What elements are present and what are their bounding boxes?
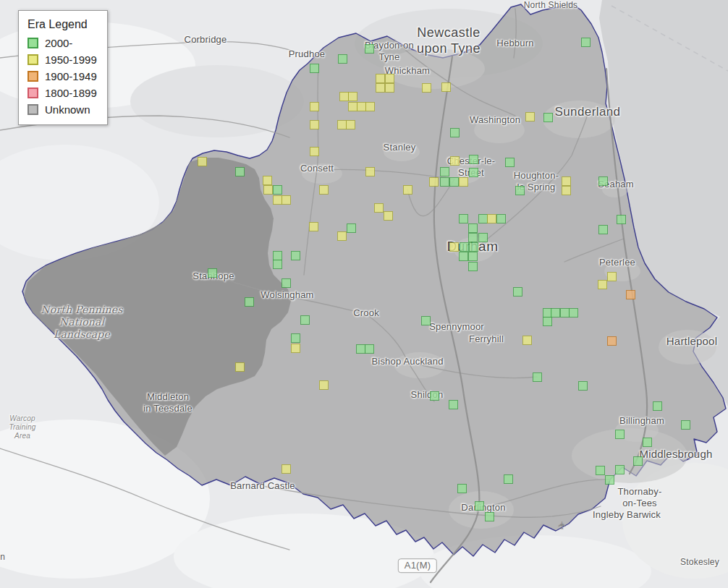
era-marker-2000[interactable] [605, 475, 614, 485]
era-marker-19501999[interactable] [310, 120, 319, 129]
map-viewport[interactable]: North ShieldsNewcastleupon TyneHebburnHe… [0, 0, 728, 588]
era-marker-19501999[interactable] [365, 102, 375, 111]
era-marker-19501999[interactable] [310, 147, 319, 156]
era-marker-19501999[interactable] [403, 185, 412, 195]
era-marker-19501999[interactable] [422, 83, 431, 93]
era-marker-19501999[interactable] [449, 242, 459, 252]
era-marker-19501999[interactable] [198, 157, 207, 166]
era-marker-19501999[interactable] [450, 156, 460, 166]
legend-item-label: 2000- [45, 37, 72, 49]
era-marker-19501999[interactable] [374, 203, 384, 213]
era-marker-2000[interactable] [457, 484, 467, 493]
era-marker-2000[interactable] [468, 262, 478, 271]
era-marker-2000[interactable] [459, 214, 468, 223]
era-marker-2000[interactable] [468, 252, 478, 261]
era-marker-2000[interactable] [347, 223, 356, 233]
era-marker-2000[interactable] [282, 278, 291, 288]
era-marker-19501999[interactable] [282, 195, 291, 205]
era-marker-2000[interactable] [681, 420, 690, 430]
era-marker-2000[interactable] [505, 158, 515, 167]
legend-swatch-icon [27, 54, 38, 65]
era-marker-19501999[interactable] [337, 231, 347, 241]
era-marker-2000[interactable] [475, 501, 484, 511]
era-marker-2000[interactable] [578, 381, 588, 391]
era-marker-2000[interactable] [440, 167, 449, 176]
era-marker-2000[interactable] [468, 233, 478, 242]
era-marker-19501999[interactable] [282, 464, 291, 474]
era-marker-19501999[interactable] [459, 177, 468, 187]
era-marker-2000[interactable] [291, 251, 300, 260]
era-marker-19501999[interactable] [525, 112, 535, 122]
era-marker-2000[interactable] [469, 155, 478, 164]
era-marker-19501999[interactable] [365, 167, 375, 176]
era-marker-19501999[interactable] [522, 336, 532, 345]
era-marker-19501999[interactable] [385, 74, 394, 83]
era-marker-19501999[interactable] [607, 272, 617, 281]
era-marker-19501999[interactable] [562, 186, 571, 195]
era-marker-2000[interactable] [208, 268, 217, 278]
era-marker-19501999[interactable] [291, 344, 300, 353]
era-marker-19501999[interactable] [487, 214, 496, 223]
era-marker-2000[interactable] [273, 260, 282, 269]
era-marker-2000[interactable] [469, 242, 478, 252]
era-marker-2000[interactable] [365, 44, 374, 54]
era-marker-19001949[interactable] [626, 290, 635, 299]
era-marker-2000[interactable] [469, 168, 478, 177]
era-marker-2000[interactable] [460, 242, 469, 252]
era-marker-2000[interactable] [421, 316, 431, 325]
era-marker-2000[interactable] [291, 333, 300, 343]
era-marker-19501999[interactable] [441, 82, 451, 92]
era-marker-2000[interactable] [430, 391, 439, 401]
era-marker-2000[interactable] [245, 297, 254, 307]
era-marker-2000[interactable] [598, 225, 608, 234]
era-marker-2000[interactable] [449, 177, 459, 187]
era-marker-2000[interactable] [615, 430, 625, 439]
era-marker-19501999[interactable] [310, 102, 319, 111]
era-marker-2000[interactable] [633, 456, 643, 466]
era-marker-19501999[interactable] [263, 176, 272, 185]
era-marker-2000[interactable] [365, 344, 374, 354]
era-marker-2000[interactable] [450, 128, 460, 137]
era-marker-2000[interactable] [310, 64, 319, 73]
era-marker-19501999[interactable] [348, 92, 357, 101]
era-marker-2000[interactable] [496, 214, 506, 223]
era-marker-2000[interactable] [273, 185, 282, 195]
era-marker-19501999[interactable] [562, 176, 571, 186]
era-marker-2000[interactable] [459, 252, 468, 261]
era-marker-19501999[interactable] [235, 362, 245, 372]
era-marker-2000[interactable] [643, 438, 652, 447]
era-marker-19501999[interactable] [376, 74, 385, 83]
era-marker-2000[interactable] [617, 215, 626, 224]
era-marker-2000[interactable] [615, 465, 625, 474]
era-marker-19501999[interactable] [309, 222, 318, 231]
era-marker-19501999[interactable] [376, 83, 385, 93]
era-marker-19501999[interactable] [263, 185, 273, 195]
era-marker-19501999[interactable] [346, 120, 355, 129]
era-marker-2000[interactable] [235, 167, 245, 176]
era-marker-2000[interactable] [543, 317, 552, 326]
era-marker-2000[interactable] [338, 54, 347, 64]
era-marker-19501999[interactable] [319, 185, 329, 195]
era-marker-2000[interactable] [440, 177, 449, 187]
era-marker-19501999[interactable] [384, 211, 393, 221]
era-marker-2000[interactable] [449, 400, 458, 409]
era-marker-2000[interactable] [533, 372, 542, 382]
era-marker-2000[interactable] [569, 308, 578, 318]
era-marker-2000[interactable] [468, 223, 478, 233]
era-marker-19501999[interactable] [598, 280, 607, 289]
era-marker-19501999[interactable] [429, 177, 439, 187]
era-marker-2000[interactable] [653, 401, 662, 411]
era-marker-2000[interactable] [478, 233, 488, 242]
era-marker-19501999[interactable] [319, 380, 329, 390]
era-marker-2000[interactable] [485, 512, 494, 521]
era-marker-2000[interactable] [504, 474, 513, 484]
era-marker-19001949[interactable] [607, 336, 617, 346]
era-marker-2000[interactable] [300, 315, 310, 325]
era-marker-2000[interactable] [581, 38, 591, 47]
era-marker-2000[interactable] [598, 176, 608, 186]
era-marker-2000[interactable] [596, 466, 605, 475]
era-marker-2000[interactable] [515, 186, 525, 195]
era-marker-2000[interactable] [513, 287, 522, 297]
era-marker-19501999[interactable] [385, 83, 394, 93]
era-marker-2000[interactable] [543, 113, 553, 122]
